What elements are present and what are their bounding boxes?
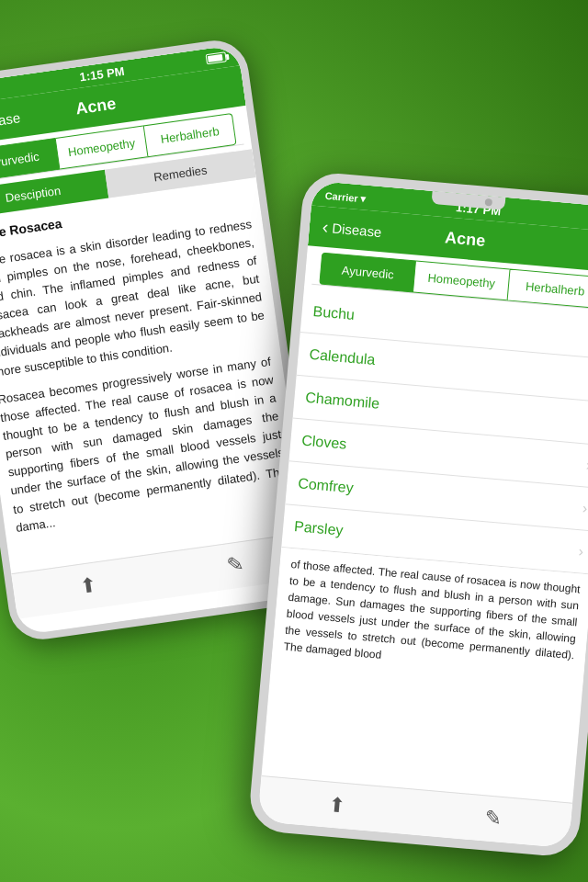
tab-herbalherb-front[interactable]: Herbalherb (506, 268, 588, 309)
list-item-label-buchu: Buchu (312, 303, 356, 323)
herb-list: Buchu › Calendula › Chamomile › Cloves ›… (281, 289, 588, 575)
battery-back (206, 51, 227, 64)
tab-homeopethy-front[interactable]: Homeopethy (413, 261, 509, 301)
tab-homeopethy-back[interactable]: Homeopethy (56, 126, 148, 170)
share-icon-back[interactable]: ⬆ (78, 572, 97, 598)
carrier-front: Carrier ▾ (324, 190, 367, 206)
tab-ayurvedic-front[interactable]: Ayurvedic (319, 253, 416, 293)
nav-title-front: Acne (444, 228, 486, 251)
list-item-label-cloves: Cloves (301, 433, 347, 453)
list-item-label-calendula: Calendula (309, 346, 376, 368)
time-back: 1:15 PM (79, 64, 126, 85)
nav-back-label-back: Disease (0, 109, 21, 131)
nav-back-label-front: Disease (332, 220, 382, 240)
tab-ayurvedic-back[interactable]: Ayurvedic (0, 138, 60, 182)
edit-icon-front[interactable]: ✎ (483, 806, 502, 831)
content-area-back: Acne Rosacea Acne rosacea is a skin diso… (0, 177, 306, 573)
camera-dot (484, 198, 492, 207)
nav-back-button-back[interactable]: ‹ Disease (0, 107, 21, 134)
back-arrow-icon-front: ‹ (322, 218, 329, 237)
content-para-1-back: Acne rosacea is a skin disorder leading … (0, 215, 268, 381)
chevron-icon-comfrey: › (582, 500, 588, 516)
tab-herbalherb-back[interactable]: Herbalherb (143, 113, 237, 157)
edit-icon-back[interactable]: ✎ (225, 552, 244, 578)
front-phone: Carrier ▾ 1:17 PM ‹ Disease Acne Ayurved… (247, 171, 588, 859)
list-item-label-comfrey: Comfrey (298, 475, 355, 496)
battery-icon-back (206, 51, 227, 64)
content-para-2-back: Rosacea becomes progressively worse in m… (0, 352, 290, 537)
chevron-icon-parsley: › (578, 543, 584, 560)
list-item-label-parsley: Parsley (293, 518, 344, 539)
nav-back-button-front[interactable]: ‹ Disease (322, 218, 382, 242)
share-icon-front[interactable]: ⬆ (328, 792, 346, 817)
list-item-label-chamomile: Chamomile (305, 390, 380, 413)
nav-title-back: Acne (74, 94, 118, 119)
